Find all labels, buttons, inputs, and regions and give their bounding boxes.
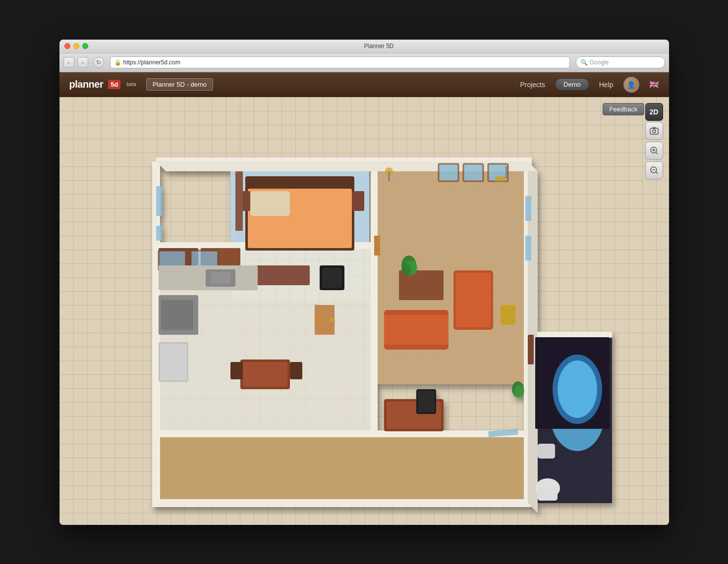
svg-rect-0: [650, 128, 658, 134]
reload-button[interactable]: ↻: [93, 57, 104, 68]
svg-rect-70: [501, 305, 515, 325]
minimize-button[interactable]: [73, 43, 79, 49]
user-avatar[interactable]: 👤: [623, 77, 639, 93]
svg-rect-96: [418, 391, 435, 412]
browser-toolbar: ‹ › ↻ 🔒 https://planner5d.com 🔍 Google: [59, 53, 669, 72]
projects-nav-item[interactable]: Projects: [520, 81, 545, 89]
svg-rect-60: [384, 315, 448, 345]
zoom-in-button[interactable]: [645, 142, 663, 159]
svg-rect-85: [290, 362, 302, 379]
screenshot-button[interactable]: [645, 122, 663, 140]
svg-rect-109: [496, 176, 505, 181]
app-header: planner 5d beta Planner 5D - demo Projec…: [59, 72, 669, 97]
language-flag[interactable]: 🇬🇧: [649, 80, 659, 89]
svg-rect-57: [322, 268, 342, 288]
svg-rect-81: [160, 344, 187, 380]
right-toolbar: [645, 122, 663, 179]
svg-rect-62: [456, 273, 491, 327]
svg-rect-103: [156, 226, 162, 241]
svg-rect-101: [374, 236, 380, 256]
svg-rect-102: [156, 186, 162, 216]
forward-button[interactable]: ›: [77, 57, 88, 68]
svg-rect-79: [161, 300, 193, 330]
search-placeholder: Google: [590, 59, 609, 66]
svg-rect-54: [352, 191, 364, 211]
zoom-out-button[interactable]: [645, 161, 663, 179]
svg-rect-52: [250, 191, 290, 216]
svg-marker-11: [374, 161, 528, 384]
title-bar: Planner 5D: [59, 40, 669, 53]
svg-point-100: [330, 318, 334, 322]
logo-box: 5d: [108, 80, 120, 89]
traffic-lights: [64, 43, 88, 49]
camera-icon: [650, 126, 659, 135]
svg-rect-84: [230, 362, 243, 379]
floorplan-container[interactable]: [59, 97, 669, 525]
svg-line-6: [656, 152, 658, 154]
floorplan-svg: [92, 117, 637, 525]
main-content: Feedback 2D: [59, 97, 669, 525]
svg-point-66: [401, 263, 411, 275]
view-2d-button[interactable]: 2D: [645, 103, 663, 121]
back-button[interactable]: ‹: [63, 57, 74, 68]
zoom-out-icon: [650, 166, 659, 175]
url-text: https://planner5d.com: [123, 59, 180, 66]
zoom-in-icon: [650, 146, 659, 155]
svg-rect-77: [211, 272, 230, 284]
feedback-button[interactable]: Feedback: [603, 103, 644, 115]
beta-tag: beta: [126, 82, 136, 87]
close-button[interactable]: [64, 43, 70, 49]
help-nav-item[interactable]: Help: [599, 81, 614, 89]
header-nav: Projects Demo Help 👤 🇬🇧: [520, 77, 659, 93]
address-bar[interactable]: 🔒 https://planner5d.com: [110, 56, 570, 68]
lock-icon: 🔒: [114, 59, 121, 66]
logo-area: planner 5d beta: [69, 79, 136, 90]
svg-point-1: [653, 130, 656, 133]
svg-rect-105: [525, 236, 531, 260]
svg-rect-55: [235, 171, 243, 231]
svg-marker-38: [156, 434, 528, 503]
svg-rect-108: [388, 171, 390, 181]
demo-button[interactable]: Demo: [555, 78, 589, 91]
svg-rect-86: [528, 335, 534, 364]
svg-rect-91: [538, 488, 558, 501]
maximize-button[interactable]: [82, 43, 88, 49]
svg-line-9: [656, 172, 658, 174]
svg-rect-92: [538, 444, 555, 459]
svg-point-89: [558, 360, 597, 418]
svg-point-98: [514, 385, 524, 398]
window-title: Planner 5D: [94, 43, 664, 50]
logo-text: planner: [69, 79, 104, 90]
mac-window: Planner 5D ‹ › ↻ 🔒 https://planner5d.com…: [59, 40, 669, 525]
svg-rect-110: [505, 166, 507, 179]
svg-rect-104: [525, 196, 531, 221]
svg-rect-83: [243, 362, 287, 387]
project-name-bar[interactable]: Planner 5D - demo: [146, 78, 213, 91]
svg-rect-68: [463, 164, 483, 181]
svg-rect-67: [439, 164, 458, 181]
search-icon: 🔍: [580, 59, 588, 66]
search-bar[interactable]: 🔍 Google: [576, 56, 665, 68]
